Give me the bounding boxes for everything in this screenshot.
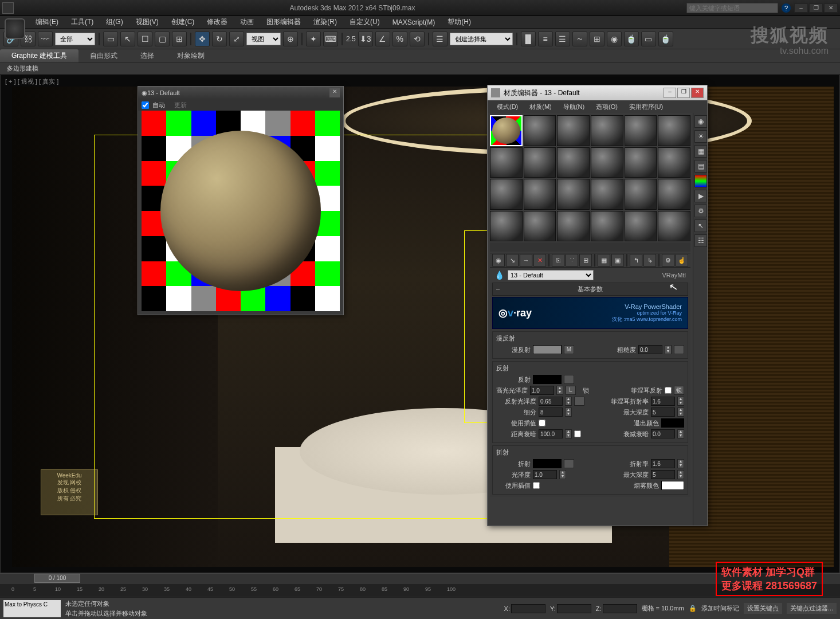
layers-icon[interactable]: ☰ bbox=[555, 32, 570, 46]
menu-view[interactable]: 视图(V) bbox=[130, 16, 164, 28]
time-slider[interactable]: 0 / 100 bbox=[0, 574, 840, 584]
spinner-buttons[interactable]: ▴▾ bbox=[677, 397, 684, 406]
named-selset-select[interactable]: 创建选择集 bbox=[450, 33, 513, 45]
refrgloss-spinner[interactable]: 1.0 bbox=[533, 470, 557, 479]
material-slot[interactable] bbox=[591, 147, 623, 178]
rotate-icon[interactable]: ↻ bbox=[212, 32, 227, 46]
mateditor-max-button[interactable]: ❐ bbox=[677, 88, 690, 98]
select-by-mat-icon[interactable]: ☝ bbox=[676, 254, 688, 267]
material-slot[interactable] bbox=[658, 179, 690, 210]
render-icon[interactable]: 🍵 bbox=[658, 32, 673, 46]
restore-button[interactable]: ❐ bbox=[809, 3, 823, 13]
fog-color-swatch[interactable] bbox=[661, 481, 684, 490]
menu-render[interactable]: 渲染(R) bbox=[308, 16, 343, 28]
spinner-buttons[interactable]: ▴▾ bbox=[677, 408, 684, 417]
close-button[interactable]: ✕ bbox=[824, 3, 838, 13]
schematic-icon[interactable]: ⊞ bbox=[590, 32, 605, 46]
window-crossing-icon[interactable]: ⊞ bbox=[172, 32, 187, 46]
spinner-buttons[interactable]: ▴▾ bbox=[559, 470, 566, 479]
spinner-buttons[interactable]: ▴▾ bbox=[565, 429, 572, 438]
material-slot[interactable] bbox=[524, 115, 556, 146]
material-slot[interactable] bbox=[625, 115, 657, 146]
move-icon[interactable]: ✥ bbox=[195, 32, 210, 46]
spinner-buttons[interactable]: ▴▾ bbox=[677, 470, 684, 479]
slot-scrollbar[interactable] bbox=[490, 242, 690, 252]
preview-titlebar[interactable]: ◉ 13 - Default ✕ bbox=[138, 87, 343, 99]
keymode-icon[interactable]: ⌨ bbox=[323, 32, 338, 46]
material-slot[interactable] bbox=[490, 115, 523, 146]
material-editor-window[interactable]: 材质编辑器 - 13 - Default – ❐ ✕ 模式(D) 材质(M) 导… bbox=[487, 85, 708, 526]
preview-update-button[interactable]: 更新 bbox=[174, 101, 187, 109]
menu-group[interactable]: 组(G) bbox=[100, 16, 128, 28]
show-end-icon[interactable]: ▣ bbox=[611, 254, 624, 267]
x-input[interactable] bbox=[511, 604, 545, 613]
material-slot[interactable] bbox=[490, 211, 523, 242]
interp-checkbox[interactable] bbox=[539, 420, 545, 426]
subdiv-spinner[interactable]: 8 bbox=[539, 408, 563, 417]
refr-interp-checkbox[interactable] bbox=[533, 482, 540, 489]
material-slot[interactable] bbox=[658, 147, 690, 178]
snap-3d-icon[interactable]: ⬇3 bbox=[358, 32, 373, 46]
menu-maxscript[interactable]: MAXScript(M) bbox=[387, 17, 441, 28]
percent-snap-icon[interactable]: % bbox=[392, 32, 407, 46]
select-by-mat-side-icon[interactable]: ↖ bbox=[694, 220, 707, 232]
make-unique-icon[interactable]: ∵ bbox=[566, 254, 578, 267]
ribbon-tab-selection[interactable]: 选择 bbox=[129, 49, 166, 62]
menu-tools[interactable]: 工具(T) bbox=[65, 16, 99, 28]
menu-grapheditors[interactable]: 图形编辑器 bbox=[261, 16, 307, 28]
time-ruler[interactable]: 0510152025303540455055606570758085909510… bbox=[0, 584, 840, 597]
refract-color-swatch[interactable] bbox=[533, 459, 562, 468]
mateditor-titlebar[interactable]: 材质编辑器 - 13 - Default – ❐ ✕ bbox=[488, 85, 707, 100]
go-parent-icon[interactable]: ↰ bbox=[630, 254, 642, 267]
assign-icon[interactable]: → bbox=[520, 254, 532, 267]
render-frame-icon[interactable]: ▭ bbox=[641, 32, 656, 46]
menu-help[interactable]: 帮助(H) bbox=[442, 16, 477, 28]
keyfilter-button[interactable]: 关键点过滤器... bbox=[787, 603, 837, 614]
sample-uv-icon[interactable]: ▤ bbox=[694, 160, 707, 173]
material-name-select[interactable]: 13 - Default bbox=[508, 270, 594, 280]
material-preview-window[interactable]: ◉ 13 - Default ✕ 自动 更新 bbox=[138, 86, 344, 315]
material-slot[interactable] bbox=[625, 211, 657, 242]
material-type-button[interactable]: VRayMtl bbox=[662, 272, 686, 279]
material-slot[interactable] bbox=[490, 179, 523, 210]
refract-map-button[interactable] bbox=[564, 459, 574, 468]
menu-create[interactable]: 创建(C) bbox=[166, 16, 201, 28]
fresnel-checkbox[interactable] bbox=[665, 387, 672, 394]
preview-auto-checkbox[interactable] bbox=[142, 101, 149, 109]
material-slot[interactable] bbox=[625, 179, 657, 210]
put-library-icon[interactable]: ⊞ bbox=[579, 254, 592, 267]
spinner-buttons[interactable]: ▴▾ bbox=[565, 408, 572, 417]
spinner-buttons[interactable]: ▴▾ bbox=[565, 397, 572, 406]
reflect-color-swatch[interactable] bbox=[533, 375, 562, 384]
fior-spinner[interactable]: 1.6 bbox=[651, 397, 675, 406]
mateditor-min-button[interactable]: – bbox=[664, 88, 676, 98]
spinner-buttons[interactable]: ▴▾ bbox=[677, 429, 684, 438]
time-slider-knob[interactable]: 0 / 100 bbox=[34, 574, 80, 583]
go-sibling-icon[interactable]: ↳ bbox=[643, 254, 656, 267]
options-icon[interactable]: ⚙ bbox=[662, 254, 674, 267]
diffuse-color-swatch[interactable] bbox=[533, 345, 562, 354]
reflect-map-button[interactable] bbox=[564, 375, 574, 384]
hilight-spinner[interactable]: 1.0 bbox=[530, 386, 554, 395]
material-slot[interactable] bbox=[591, 115, 623, 146]
material-slot[interactable] bbox=[524, 211, 556, 242]
bind-icon[interactable]: 〰 bbox=[38, 32, 53, 46]
ribbon-tab-graphite[interactable]: Graphite 建模工具 bbox=[0, 49, 78, 62]
help-icon[interactable]: ? bbox=[782, 3, 791, 13]
named-selset-icon[interactable]: ☰ bbox=[433, 32, 448, 46]
sample-type-icon[interactable]: ◉ bbox=[694, 115, 707, 128]
setkey-button[interactable]: 设置关键点 bbox=[744, 603, 782, 614]
maxdepth-spinner[interactable]: 5 bbox=[651, 408, 675, 417]
material-slot[interactable] bbox=[557, 115, 590, 146]
background-icon[interactable]: ▦ bbox=[694, 145, 707, 158]
material-slot[interactable] bbox=[591, 211, 623, 242]
mirror-icon[interactable]: ▐▌ bbox=[521, 32, 536, 46]
viewport-label[interactable]: [ + ] [ 透视 ] [ 真实 ] bbox=[5, 77, 58, 86]
menu-customize[interactable]: 自定义(U) bbox=[344, 16, 386, 28]
me-menu-nav[interactable]: 导航(N) bbox=[559, 101, 589, 112]
viewport[interactable]: [ + ] [ 透视 ] [ 真实 ] WeekEdu 发现 网校 版权 侵权 … bbox=[0, 75, 840, 573]
addtime-button[interactable]: 添加时间标记 bbox=[701, 604, 739, 613]
eyedropper-icon[interactable]: 💧 bbox=[494, 271, 504, 280]
maxscript-listener[interactable]: Max to Physcs C bbox=[3, 600, 61, 617]
spinner-snap-icon[interactable]: ⟲ bbox=[410, 32, 425, 46]
